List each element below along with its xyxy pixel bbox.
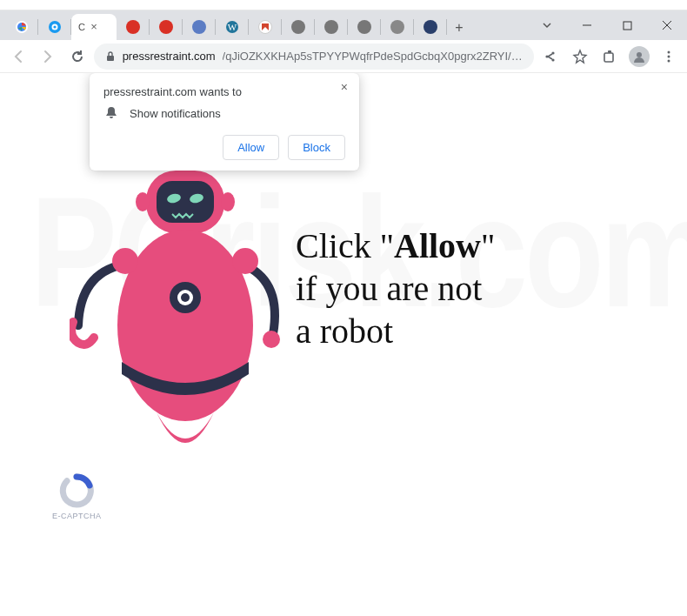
window-maximize-button[interactable] [607, 10, 647, 40]
block-button[interactable]: Block [288, 135, 345, 160]
favicon-icon [192, 20, 206, 34]
favicon-icon [159, 20, 173, 34]
forward-button[interactable] [35, 44, 61, 70]
mail-favicon-icon [258, 20, 272, 34]
tab-13[interactable] [414, 14, 447, 40]
window-titlebar [0, 0, 687, 10]
window-minimize-button[interactable] [567, 10, 607, 40]
wordpress-favicon-icon: W [225, 20, 239, 34]
tab-close-icon[interactable]: × [89, 22, 99, 32]
avatar-icon [629, 46, 650, 67]
prompt-close-button[interactable]: × [337, 78, 352, 96]
tab-google[interactable] [5, 14, 38, 40]
globe-favicon-icon [324, 20, 338, 34]
svg-point-32 [232, 248, 258, 274]
menu-button[interactable] [656, 44, 682, 70]
lock-icon [104, 50, 116, 63]
tab-active-label: C [78, 22, 85, 32]
svg-point-31 [112, 248, 138, 274]
back-button[interactable] [5, 44, 31, 70]
music-favicon-icon [48, 20, 62, 34]
notification-permission-prompt: × pressrestraint.com wants to Show notif… [90, 73, 359, 171]
svg-point-10 [551, 58, 554, 61]
svg-text:W: W [228, 22, 237, 32]
reload-button[interactable] [64, 44, 90, 70]
prompt-origin: pressrestraint.com wants to [103, 85, 345, 98]
tab-active[interactable]: C × [71, 14, 117, 40]
fake-captcha-badge: E-CAPTCHA [52, 473, 102, 520]
prompt-capability: Show notifications [130, 107, 221, 120]
tab-8[interactable] [249, 14, 282, 40]
tab-4[interactable] [117, 14, 150, 40]
allow-button[interactable]: Allow [223, 135, 279, 160]
window-close-button[interactable] [647, 10, 687, 40]
bookmark-button[interactable] [567, 44, 593, 70]
page-content: PCrisk.com [0, 73, 687, 616]
svg-point-8 [551, 51, 554, 54]
favicon-icon [126, 20, 140, 34]
tab-6[interactable] [183, 14, 216, 40]
chevron-down-icon[interactable] [527, 10, 567, 40]
svg-point-23 [136, 192, 150, 211]
svg-rect-20 [157, 181, 214, 223]
tab-11[interactable] [348, 14, 381, 40]
svg-point-14 [668, 50, 670, 53]
extensions-button[interactable] [597, 44, 623, 70]
scam-message: Click "Allow" if you are not a robot [296, 225, 495, 352]
tab-5[interactable] [150, 14, 183, 40]
window-controls [527, 10, 687, 40]
new-tab-button[interactable]: + [447, 16, 471, 40]
svg-point-13 [637, 52, 642, 57]
svg-point-24 [221, 192, 235, 211]
svg-point-15 [668, 55, 670, 57]
bell-icon [103, 105, 119, 121]
tab-12[interactable] [381, 14, 414, 40]
tab-9[interactable] [282, 14, 315, 40]
svg-point-29 [181, 293, 190, 302]
svg-rect-7 [107, 56, 114, 61]
browser-toolbar: pressrestraint.com/qJiOZKXKHAp5sTPYYPWqf… [0, 40, 687, 73]
favicon-icon [424, 20, 437, 34]
svg-point-30 [263, 331, 280, 348]
favicon-icon [390, 20, 404, 34]
tab-7[interactable]: W [216, 14, 249, 40]
msg-prefix: Click " [296, 226, 394, 265]
tab-music[interactable] [38, 14, 71, 40]
globe-favicon-icon [291, 20, 305, 34]
url-domain: pressrestraint.com [123, 50, 216, 63]
msg-line2: if you are not [296, 269, 482, 308]
captcha-label: E-CAPTCHA [52, 512, 102, 520]
svg-point-16 [668, 59, 670, 62]
browser-tab-strip: C × W + [0, 10, 687, 40]
msg-suffix: " [481, 226, 495, 265]
share-button[interactable] [537, 44, 564, 70]
svg-point-9 [545, 55, 548, 57]
msg-emphasis: Allow [394, 226, 481, 265]
profile-avatar[interactable] [626, 44, 652, 70]
tab-10[interactable] [315, 14, 348, 40]
google-favicon-icon [15, 20, 29, 34]
msg-line3: a robot [296, 311, 393, 351]
address-bar[interactable]: pressrestraint.com/qJiOZKXKHAp5sTPYYPWqf… [94, 44, 534, 70]
globe-favicon-icon [357, 20, 371, 34]
svg-rect-6 [624, 22, 631, 30]
robot-illustration [70, 151, 296, 482]
url-path: /qJiOZKXKHAp5sTPYYPWqfrPdeSpdGcbqX0pgrx2… [223, 50, 524, 63]
svg-rect-11 [604, 53, 613, 62]
captcha-ring-icon [59, 473, 94, 508]
svg-point-3 [53, 25, 56, 28]
svg-rect-12 [608, 50, 611, 53]
